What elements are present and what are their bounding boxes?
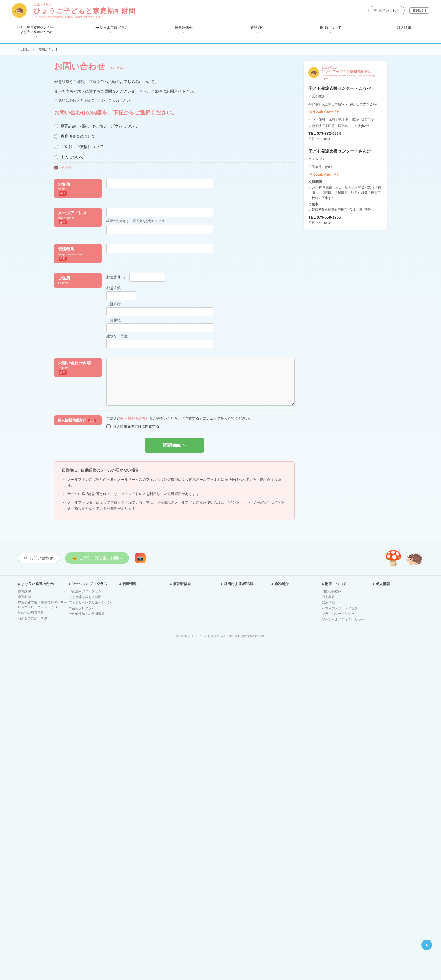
- logo-area: 公益財団法人 ひょうご子どもと家庭福祉財団 Foundation for Chi…: [34, 2, 136, 18]
- footer-item-2-4[interactable]: 手芸のプログラム: [69, 606, 119, 611]
- page-title-en: contact: [111, 65, 125, 70]
- sidebar-center1-map[interactable]: 🗺 GoogleMapを見る: [308, 110, 339, 114]
- nav-item-training[interactable]: 療育研修会 ▼: [147, 21, 220, 43]
- email-warning-list: メールアドレスに誤りがあるかメールサービスのフィルタリング機能により迷惑メールフ…: [62, 477, 287, 512]
- category-radio-5[interactable]: [54, 165, 58, 170]
- main-content: お問い合わせ contact 療育訓練やご相談、プログラム活動のお申し込みについ…: [54, 61, 295, 529]
- email-confirm-input[interactable]: [106, 225, 213, 234]
- enquiry-inputs: [106, 358, 295, 406]
- street-input[interactable]: [106, 323, 213, 332]
- footer-contact-button[interactable]: ✉ お問い合わせ: [18, 553, 59, 563]
- nav-item-facilities[interactable]: 施設紹介 ▼: [220, 21, 294, 43]
- footer-donation-button[interactable]: 🐱 ご寄付・賛助金のお願い: [65, 552, 129, 564]
- city-input[interactable]: [106, 307, 213, 316]
- category-option-3[interactable]: ご寄付、ご支援について: [54, 142, 295, 152]
- category-label-1: 療育訓練、相談、その他プログラムについて: [60, 123, 138, 129]
- footer-col-1-title: ● より良い発達のために: [18, 582, 69, 587]
- prefecture-input[interactable]: [106, 291, 136, 300]
- address-inputs: 郵便番号 〒 都道府県 市区町村 丁目番地: [106, 273, 213, 348]
- nav-item-foundation[interactable]: 財団について ▼: [294, 21, 367, 43]
- breadcrumb-separator: ＞: [31, 47, 35, 51]
- footer-col-3-title: ● 新着情報: [119, 582, 170, 587]
- nav-item-jobs[interactable]: 求人情報: [368, 21, 441, 43]
- email-warning-title: 送信後に、自動送信のメールが届かない場合: [62, 468, 287, 473]
- email-required: 必須: [59, 220, 67, 225]
- sidebar: 🦔 公益財団法人 ひょうご子どもと家庭福祉財団 Foundation for C…: [304, 61, 387, 529]
- postal-input[interactable]: [129, 273, 165, 282]
- footer-item-1-3[interactable]: 児童発達支援・放課後等デイサービスハッピーキッズこうべ: [18, 600, 69, 609]
- name-inputs: [106, 179, 295, 188]
- footer-bottom: © 2024 ひょうご子どもと家庭福祉財団. All Rights Reserv…: [0, 629, 441, 643]
- phone-input[interactable]: [106, 244, 213, 253]
- footer-item-1-2[interactable]: 療育相談: [18, 595, 69, 599]
- category-radio-3[interactable]: [54, 145, 58, 149]
- breadcrumb-current: お問い合わせ: [38, 47, 59, 51]
- footer-item-7-1[interactable]: 財団のあゆみ: [322, 589, 373, 593]
- footer-instagram-button[interactable]: 📷: [135, 553, 146, 563]
- submit-button[interactable]: 確認画面へ: [145, 438, 204, 453]
- footer-item-7-4[interactable]: パウムのスタッフブック: [322, 606, 373, 611]
- enquiry-textarea[interactable]: [106, 358, 295, 406]
- privacy-content: 当法人の個人情報保護方針をご確認いただき、「同意する」にチェックを入れてください…: [106, 415, 295, 429]
- map-icon-1: 🗺: [308, 110, 312, 114]
- email-input[interactable]: [106, 208, 213, 217]
- hedgehog-icon: 🦔: [405, 550, 423, 566]
- footer-item-2-5[interactable]: その他団体との共同事業: [69, 612, 119, 616]
- footer-col-2: ● ソーシャルプログラム 中高生向けプログラム 心と身体を鍛える活動 ファミリー…: [69, 582, 119, 623]
- footer-item-7-2[interactable]: 収支報告: [322, 595, 373, 599]
- desc2: またを支援や求人に関するご質問などございましたら、お気軽にお問合せ下さい。: [54, 88, 295, 95]
- footer-col-8: ● 求人情報: [373, 582, 424, 623]
- footer-item-1-1[interactable]: 療育訓練: [18, 589, 69, 593]
- org-title-en: Foundation for Children & Family Service…: [34, 16, 136, 18]
- privacy-checkbox[interactable]: [106, 424, 111, 428]
- footer-item-7-3[interactable]: 普及活動: [322, 600, 373, 605]
- nav-item-social[interactable]: ソーシャルプログラム ▼: [73, 21, 147, 43]
- category-radio-4[interactable]: [54, 155, 58, 159]
- category-option-2[interactable]: 療育研修会について: [54, 131, 295, 142]
- name-input[interactable]: [106, 179, 213, 188]
- footer-item-2-3[interactable]: ファミリーレクリエーション: [69, 600, 119, 605]
- nav-arrow-4: ▼: [222, 31, 293, 33]
- address-label-jp: ご住所: [58, 275, 70, 281]
- building-label: 建物名・号室: [106, 334, 213, 339]
- footer-col-8-title: ● 求人情報: [373, 582, 424, 587]
- sidebar-center2-map[interactable]: 🗺 GoogleMapを見る: [308, 172, 339, 177]
- footer-item-7-6[interactable]: ソーシャルメディアポリシー: [322, 617, 373, 622]
- sidebar-center2-access1: ● JR・神戸電鉄「三田」駅下車→神姫バス（「福山」「須磨田」「猪肝西」行き）2…: [308, 185, 382, 201]
- street-label: 丁目番地: [106, 318, 213, 323]
- category-radio-1[interactable]: [54, 124, 58, 128]
- privacy-agree-text: 個人情報保護方針に同意する: [113, 424, 159, 429]
- privacy-policy-link[interactable]: 個人情報保護方針: [121, 416, 149, 420]
- main-nav: 子ども発達支援センター・より良い発達のために ▼ ソーシャルプログラム ▼ 療育…: [0, 21, 441, 44]
- category-label-4: 求人について: [60, 154, 84, 160]
- footer-item-2-2[interactable]: 心と身体を鍛える活動: [69, 595, 119, 599]
- sidebar-card: 🦔 公益財団法人 ひょうご子どもと家庭福祉財団 Foundation for C…: [304, 61, 387, 230]
- footer-item-2-1[interactable]: 中高生向けプログラム: [69, 589, 119, 593]
- footer-col-6-title: ● 施設紹介: [271, 582, 322, 587]
- header-contact-button[interactable]: ✉ お問い合わせ: [368, 6, 405, 15]
- instagram-icon: 📷: [137, 555, 144, 562]
- nav-item-development[interactable]: 子ども発達支援センター・より良い発達のために ▼: [0, 21, 73, 43]
- building-input[interactable]: [106, 340, 213, 348]
- footer-item-7-5[interactable]: プライバシーポリシー: [322, 612, 373, 616]
- map-icon-2: 🗺: [308, 173, 312, 176]
- postal-row: 郵便番号 〒: [106, 273, 213, 282]
- footer-item-1-4[interactable]: その他の療育事業: [18, 611, 69, 615]
- category-option-1[interactable]: 療育訓練、相談、その他プログラムについて: [54, 121, 295, 131]
- nav-arrow-3: ▼: [148, 31, 219, 33]
- city-group: 市区町村: [106, 302, 213, 316]
- privacy-row: 個人情報保護方針 必須 当法人の個人情報保護方針をご確認いただき、「同意する」に…: [54, 415, 295, 429]
- warning-item-3: メールフィルターによってブロックされている、特に、携帯電話のメールアドレスをお使…: [67, 500, 287, 512]
- category-option-5[interactable]: その他: [54, 163, 295, 173]
- phone-label-jp: 電話番号: [58, 247, 74, 253]
- org-title-jp: ひょうご子どもと家庭福祉財団: [34, 6, 136, 16]
- sidebar-center1-address: 神戸市中央区中山手通5-1-1 神戸山手大木ビル2F: [308, 102, 382, 107]
- breadcrumb-home[interactable]: HOME: [18, 47, 29, 51]
- footer-item-1-5[interactable]: 海外との交流・研修: [18, 616, 69, 620]
- footer-col-4: ● 療育研修会: [170, 582, 221, 623]
- privacy-agree-label[interactable]: 個人情報保護方針に同意する: [106, 424, 295, 429]
- category-radio-2[interactable]: [54, 134, 58, 138]
- english-button[interactable]: ENGLISH: [409, 8, 429, 14]
- category-option-4[interactable]: 求人について: [54, 152, 295, 163]
- email-label-jp: メールアドレス: [58, 210, 87, 216]
